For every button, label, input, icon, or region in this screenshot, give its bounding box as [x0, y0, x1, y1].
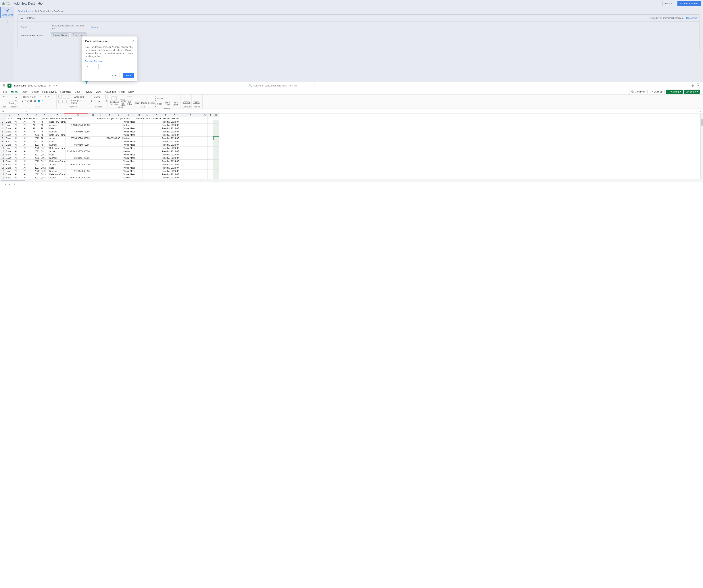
- cell[interactable]: All: [23, 153, 32, 156]
- row-header[interactable]: 5: [0, 130, 5, 134]
- cell[interactable]: PreethaS@: [161, 160, 170, 163]
- cell[interactable]: [114, 120, 123, 123]
- cell[interactable]: [90, 169, 96, 173]
- gear-icon[interactable]: ⚙: [691, 84, 694, 87]
- cell[interactable]: [135, 123, 143, 127]
- cell[interactable]: [135, 169, 143, 173]
- comments-button[interactable]: 💬 Comments: [629, 90, 647, 94]
- tab-formulas[interactable]: Formulas: [60, 90, 71, 94]
- font-size-select[interactable]: 11: [39, 95, 44, 99]
- cell[interactable]: [105, 176, 114, 179]
- cell[interactable]: [114, 130, 123, 134]
- catchup-button[interactable]: ⟳ Catch up: [649, 90, 665, 94]
- cell[interactable]: PreethaS@: [161, 130, 170, 134]
- cell[interactable]: Visual Measure: [123, 153, 135, 156]
- cell[interactable]: [114, 176, 123, 179]
- cell[interactable]: [114, 134, 123, 137]
- cell[interactable]: [105, 134, 114, 137]
- cell[interactable]: Date: [49, 127, 66, 130]
- cell[interactable]: [114, 123, 123, 127]
- cell[interactable]: [66, 140, 90, 143]
- font-name-select[interactable]: Calibri (Body): [22, 95, 38, 99]
- row-header[interactable]: 19: [0, 176, 5, 179]
- cell[interactable]: Actuals: [49, 163, 66, 166]
- cell[interactable]: [135, 173, 143, 176]
- cell[interactable]: 2023: [32, 134, 40, 137]
- cell[interactable]: [179, 166, 202, 169]
- cell[interactable]: Number: [49, 169, 66, 173]
- cell[interactable]: 2024-07-10 09:17:18 (UTC): [170, 156, 179, 160]
- col-header[interactable]: P: [161, 114, 170, 117]
- cell[interactable]: [105, 143, 114, 147]
- cell[interactable]: 2023: [32, 176, 40, 179]
- cell[interactable]: [143, 143, 152, 147]
- cell[interactable]: All: [40, 123, 49, 127]
- align-left-icon[interactable]: [58, 100, 61, 103]
- col-header[interactable]: U: [213, 114, 219, 117]
- cell[interactable]: IrWritebac: [161, 117, 170, 120]
- grow-font-icon[interactable]: A↑: [45, 95, 48, 99]
- cell[interactable]: Native: [123, 137, 135, 140]
- col-header[interactable]: M: [135, 114, 143, 117]
- cell[interactable]: [202, 143, 208, 147]
- col-header[interactable]: T: [208, 114, 213, 117]
- cell[interactable]: PreethaS@: [161, 147, 170, 150]
- cell[interactable]: IrNotes: [135, 117, 143, 120]
- cell[interactable]: PreethaS@: [161, 137, 170, 140]
- tab-draw[interactable]: Draw: [128, 90, 134, 94]
- cell[interactable]: [208, 156, 213, 160]
- cell[interactable]: [66, 134, 90, 137]
- col-header[interactable]: F: [49, 114, 66, 117]
- cell[interactable]: [90, 130, 96, 134]
- cell[interactable]: [202, 160, 208, 163]
- dec-inc-icon[interactable]: .0→: [98, 100, 102, 102]
- save-button[interactable]: Save: [123, 73, 134, 78]
- cell[interactable]: [179, 160, 202, 163]
- stepper-arrows-icon[interactable]: ▲▼: [95, 65, 97, 68]
- row-header[interactable]: 8: [0, 140, 5, 143]
- cell[interactable]: Year: [32, 117, 40, 120]
- tab-home[interactable]: Home: [11, 89, 18, 94]
- cell[interactable]: [135, 150, 143, 153]
- cell[interactable]: Base: [5, 134, 14, 137]
- cell[interactable]: [143, 130, 152, 134]
- cell[interactable]: [96, 147, 105, 150]
- cell[interactable]: [143, 120, 152, 123]
- cell[interactable]: [179, 147, 202, 150]
- avatar[interactable]: PS: [696, 83, 700, 88]
- cell[interactable]: 2024-07-10 09:17:18 (UTC): [170, 160, 179, 163]
- cell[interactable]: [213, 137, 219, 140]
- cell[interactable]: Subcatego: [23, 117, 32, 120]
- cell[interactable]: [114, 156, 123, 160]
- tab-automate[interactable]: Automate: [105, 90, 116, 94]
- cell[interactable]: All: [23, 160, 32, 163]
- cell[interactable]: [208, 169, 213, 173]
- cell[interactable]: All: [23, 156, 32, 160]
- row-header[interactable]: 2: [0, 120, 5, 123]
- cell[interactable]: PreethaS@: [161, 163, 170, 166]
- cell[interactable]: [114, 143, 123, 147]
- cell[interactable]: 2024-07-10 09:17:18 (UTC): [170, 127, 179, 130]
- chip-scenario[interactable]: ScenarioName: [51, 33, 69, 37]
- cell[interactable]: 2024-07-10 09:17:18 (UTC): [170, 173, 179, 176]
- cell[interactable]: 2024-07-10 09:17:18 (UTC): [170, 153, 179, 156]
- cell[interactable]: [213, 120, 219, 123]
- cell[interactable]: All: [14, 140, 23, 143]
- cell[interactable]: [152, 143, 161, 147]
- search-input[interactable]: 🔍 Search for tools, help, and more (Alt …: [247, 83, 314, 88]
- col-header[interactable]: B: [14, 114, 23, 117]
- tab-view[interactable]: View: [96, 90, 101, 94]
- align-right-icon[interactable]: [66, 100, 69, 103]
- cell[interactable]: All: [40, 127, 49, 130]
- cell[interactable]: [152, 153, 161, 156]
- col-header[interactable]: J: [105, 114, 114, 117]
- cell[interactable]: 2024-07-10 09:17:18 (UTC): [170, 120, 179, 123]
- dec-dec-icon[interactable]: ←.0: [103, 100, 107, 102]
- tab-file[interactable]: File: [3, 90, 7, 94]
- cell[interactable]: LastUpdat: [105, 117, 114, 120]
- cell[interactable]: [202, 150, 208, 153]
- col-header[interactable]: H: [90, 114, 96, 117]
- cell[interactable]: 21.9875647896: [66, 169, 90, 173]
- cell[interactable]: [66, 153, 90, 156]
- cell[interactable]: All: [32, 127, 40, 130]
